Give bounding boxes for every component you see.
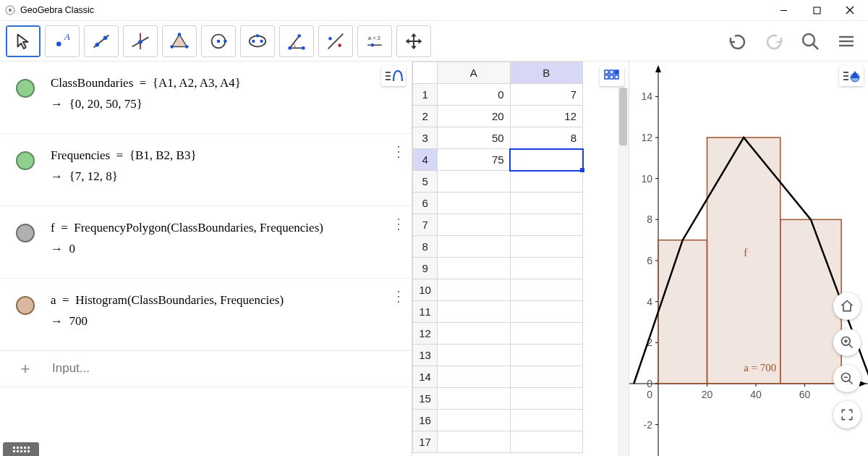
spreadsheet-scrollbar[interactable] bbox=[618, 88, 629, 456]
row-header[interactable]: 5 bbox=[413, 171, 438, 193]
cell[interactable] bbox=[438, 193, 510, 214]
spreadsheet-table[interactable]: AB107220123508475567891011121314151617 bbox=[412, 62, 583, 453]
cell[interactable] bbox=[510, 171, 582, 193]
cell[interactable] bbox=[438, 236, 510, 258]
cell[interactable]: 50 bbox=[438, 127, 510, 149]
cell[interactable] bbox=[510, 236, 582, 258]
row-header[interactable]: 1 bbox=[413, 84, 438, 106]
cell[interactable]: 75 bbox=[438, 149, 510, 171]
row-header[interactable]: 11 bbox=[413, 301, 438, 323]
visibility-toggle[interactable] bbox=[0, 218, 51, 266]
redo-button[interactable] bbox=[762, 30, 786, 53]
cell[interactable] bbox=[510, 345, 582, 366]
tool-perpendicular[interactable] bbox=[123, 25, 158, 57]
cell[interactable]: 12 bbox=[510, 106, 582, 127]
zoom-out-button[interactable] bbox=[833, 365, 861, 392]
svg-point-15 bbox=[178, 33, 182, 36]
row-header[interactable]: 13 bbox=[413, 345, 438, 366]
cell[interactable] bbox=[438, 279, 510, 301]
row-header[interactable]: 3 bbox=[413, 127, 438, 149]
row-header[interactable]: 16 bbox=[413, 410, 438, 431]
tool-slider[interactable]: a = 2 bbox=[357, 25, 392, 57]
home-button[interactable] bbox=[833, 292, 861, 320]
row-header[interactable]: 6 bbox=[413, 193, 438, 214]
row-header[interactable]: 12 bbox=[413, 323, 438, 345]
item-menu-button[interactable]: ⋮ bbox=[386, 290, 412, 339]
tool-move[interactable] bbox=[6, 25, 41, 57]
cell[interactable] bbox=[438, 388, 510, 410]
tool-circle[interactable] bbox=[201, 25, 236, 57]
visibility-toggle[interactable] bbox=[0, 290, 51, 339]
cell[interactable] bbox=[510, 431, 582, 453]
cell[interactable] bbox=[438, 214, 510, 236]
algebra-item[interactable]: Frequencies = {B1, B2, B3}→ {7, 12, 8}⋮ bbox=[0, 134, 412, 206]
zoom-in-button[interactable] bbox=[833, 329, 861, 356]
cell[interactable]: 7 bbox=[510, 84, 582, 106]
spreadsheet-style-button[interactable] bbox=[600, 66, 624, 86]
cell[interactable] bbox=[510, 258, 582, 279]
col-header[interactable]: B bbox=[510, 62, 582, 84]
cell[interactable] bbox=[510, 149, 582, 171]
cell[interactable] bbox=[510, 214, 582, 236]
cell[interactable] bbox=[510, 323, 582, 345]
algebra-definition: ClassBoundaries = {A1, A2, A3, A4}→ {0, … bbox=[51, 73, 386, 122]
row-header[interactable]: 9 bbox=[413, 258, 438, 279]
graphics-canvas[interactable]: -2024681012142040600fa = 700 bbox=[629, 62, 868, 456]
algebra-item[interactable]: f = FrequencyPolygon(ClassBoundaries, Fr… bbox=[0, 206, 412, 279]
cell[interactable] bbox=[438, 323, 510, 345]
cell[interactable] bbox=[510, 388, 582, 410]
cell[interactable] bbox=[438, 410, 510, 431]
fullscreen-button[interactable] bbox=[833, 401, 861, 428]
row-header[interactable]: 14 bbox=[413, 366, 438, 388]
cell[interactable] bbox=[438, 345, 510, 366]
tool-point[interactable]: A bbox=[45, 25, 80, 57]
row-header[interactable]: 10 bbox=[413, 279, 438, 301]
cell[interactable] bbox=[510, 366, 582, 388]
row-header[interactable]: 17 bbox=[413, 431, 438, 453]
row-header[interactable]: 4 bbox=[413, 149, 438, 171]
cell[interactable]: 20 bbox=[438, 106, 510, 127]
row-header[interactable]: 2 bbox=[413, 106, 438, 127]
col-header[interactable]: A bbox=[438, 62, 510, 84]
search-button[interactable] bbox=[799, 30, 822, 53]
tool-ellipse[interactable] bbox=[240, 25, 275, 57]
window-titlebar: GeoGebra Classic bbox=[0, 0, 868, 21]
visibility-toggle[interactable] bbox=[0, 73, 51, 122]
row-header[interactable]: 8 bbox=[413, 236, 438, 258]
cell[interactable] bbox=[510, 279, 582, 301]
cell[interactable] bbox=[438, 431, 510, 453]
cell[interactable] bbox=[510, 410, 582, 431]
algebra-style-button[interactable] bbox=[381, 66, 406, 86]
item-menu-button[interactable]: ⋮ bbox=[386, 145, 412, 194]
undo-button[interactable] bbox=[726, 30, 749, 53]
tool-polygon[interactable] bbox=[162, 25, 197, 57]
cell[interactable] bbox=[438, 301, 510, 323]
graphics-style-button[interactable] bbox=[839, 66, 864, 86]
algebra-item[interactable]: a = Histogram(ClassBoundaries, Frequenci… bbox=[0, 279, 412, 351]
visibility-toggle[interactable] bbox=[0, 145, 51, 194]
tool-line[interactable] bbox=[84, 25, 119, 57]
maximize-button[interactable] bbox=[800, 0, 833, 21]
row-header[interactable]: 7 bbox=[413, 214, 438, 236]
cell[interactable]: 8 bbox=[510, 127, 582, 149]
svg-point-21 bbox=[250, 35, 266, 46]
cell[interactable] bbox=[438, 366, 510, 388]
menu-button[interactable] bbox=[835, 30, 858, 53]
cell[interactable] bbox=[438, 171, 510, 193]
cell[interactable] bbox=[438, 258, 510, 279]
algebra-item[interactable]: ClassBoundaries = {A1, A2, A3, A4}→ {0, … bbox=[0, 62, 412, 134]
graphics-view[interactable]: -2024681012142040600fa = 700 bbox=[629, 62, 868, 456]
minimize-button[interactable] bbox=[767, 0, 800, 21]
cell[interactable] bbox=[510, 301, 582, 323]
algebra-input[interactable] bbox=[51, 360, 412, 376]
close-button[interactable] bbox=[833, 0, 867, 21]
item-menu-button[interactable]: ⋮ bbox=[386, 218, 412, 266]
tool-move-view[interactable] bbox=[396, 25, 431, 57]
row-header[interactable]: 15 bbox=[413, 388, 438, 410]
tool-angle[interactable] bbox=[279, 25, 314, 57]
add-input-button[interactable]: + bbox=[0, 358, 51, 379]
virtual-keyboard-button[interactable] bbox=[3, 442, 39, 456]
cell[interactable]: 0 bbox=[438, 84, 510, 106]
cell[interactable] bbox=[510, 193, 582, 214]
tool-reflect[interactable] bbox=[318, 25, 353, 57]
